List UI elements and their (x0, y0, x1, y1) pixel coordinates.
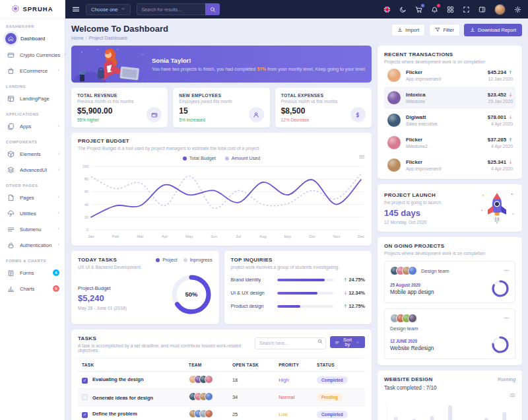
sidebar-item-elements[interactable]: Elements › (0, 146, 65, 162)
column-header[interactable]: TASK (78, 359, 185, 372)
user-avatar[interactable] (494, 4, 506, 15)
breadcrumb-current: Project Dashboard (89, 36, 127, 40)
ongoing-project[interactable]: Design team 12 JUNE 2020 Website Redesig… (384, 308, 515, 359)
sidebar-item-forms[interactable]: Forms 6 (0, 265, 65, 281)
page-content: Welcome To Dashboard Home/Project Dashbo… (65, 18, 528, 420)
avatar (205, 409, 213, 418)
welcome-banner: Sonia Taylor! You have two projects to f… (71, 46, 372, 83)
column-header[interactable]: OPEN TASK (228, 359, 275, 372)
task-row[interactable]: ✓Define the problem 25 Low Completed (78, 406, 365, 420)
sidebar-item-authentication[interactable]: Authentication › (0, 237, 65, 253)
svg-text:40: 40 (84, 203, 88, 207)
column-header[interactable]: TEAM (185, 359, 228, 372)
import-button[interactable]: Import (391, 24, 425, 36)
svg-text:Jan: Jan (88, 234, 94, 238)
status-badge: Completed (317, 411, 348, 418)
transaction-row[interactable]: Digiwatt Sales executive $78.001 4 Apr 2… (384, 109, 515, 131)
sidebar-item-landingpage[interactable]: LandingPage (0, 90, 65, 106)
chevron-right-icon: › (57, 151, 59, 157)
arrow-up-icon (508, 137, 513, 143)
search-button[interactable] (205, 3, 220, 15)
clipboard-icon (5, 267, 16, 278)
transaction-row[interactable]: Intoxica Milestone $23.452 23 Jan 2020 (384, 87, 515, 109)
category-select[interactable]: Choose one (86, 4, 131, 15)
tasks-search-input[interactable] (255, 337, 326, 349)
download-report-button[interactable]: Download Report (464, 24, 522, 36)
chevron-right-icon: › (57, 167, 59, 172)
card-options-icon[interactable] (384, 392, 515, 398)
legend-item: Project (156, 257, 177, 263)
ongoing-project[interactable]: Design team 25 August 2020 Mobile app de… (384, 261, 515, 303)
menu-icon[interactable] (72, 5, 80, 13)
chevron-right-icon: › (57, 242, 59, 248)
page-actions: Import Filter Download Report (391, 24, 522, 36)
flag-uk-icon[interactable] (383, 6, 391, 13)
task-checkbox[interactable]: ✓ (82, 412, 88, 418)
sort-by-button[interactable]: Sort by (330, 336, 365, 348)
column-header[interactable]: PRORITY (275, 359, 313, 372)
box-icon (5, 149, 16, 159)
filter-button[interactable]: Filter (429, 24, 460, 36)
task-checkbox[interactable] (82, 394, 88, 400)
avatar (408, 266, 417, 275)
sidebar-section-heading: DASHBOARD (0, 18, 65, 30)
main-area: Choose one Welcome To Dashboard Home/Pro… (65, 0, 528, 420)
sidebar-section-heading: OTHER PAGES (0, 178, 65, 190)
notifications-bell-icon[interactable] (431, 6, 438, 13)
settings-gear-icon[interactable] (514, 6, 521, 13)
arrow-down-icon (508, 114, 513, 120)
dark-mode-moon-icon[interactable] (399, 6, 407, 13)
arrow-up-icon (343, 303, 348, 309)
transaction-row[interactable]: Flicker Milestone2 $37.285 4 Apr 2020 (384, 131, 515, 154)
task-row[interactable]: Generate ideas for design 34 Normal Pend… (78, 389, 365, 406)
task-row[interactable]: ✓Evaluating the design 18 High Completed (78, 372, 365, 389)
sidebar-item-crypto-currencies[interactable]: Crypto Currencies › (0, 47, 65, 63)
team-avatars (390, 314, 417, 323)
cart-icon[interactable] (415, 6, 422, 13)
sidebar-item-charts[interactable]: Charts 5 (0, 281, 65, 297)
apps-icon (5, 121, 16, 131)
status-badge: Completed (317, 376, 348, 384)
svg-text:Apr: Apr (162, 234, 168, 238)
rocket-illustration (478, 190, 515, 226)
sidebar-item-pages[interactable]: Pages › (0, 190, 65, 205)
transaction-row[interactable]: Flicker App improvement $45.234 12 Jan 2… (384, 64, 515, 87)
search-input[interactable] (137, 3, 205, 15)
transaction-row[interactable]: Flicker App improvement $25.341 4 Apr 20… (384, 154, 515, 176)
project-launch-card: PROJECT LAUNCH the project is going to l… (378, 184, 522, 232)
right-panel-icon[interactable] (478, 6, 486, 13)
more-options-icon[interactable] (504, 267, 510, 274)
banner-title: Sonia Taylor! (152, 57, 365, 64)
column-header[interactable]: STATUS (313, 359, 365, 372)
fullscreen-icon[interactable] (463, 6, 470, 13)
task-completed-label: Task completed : 7/10 (384, 385, 515, 391)
inquiry-row: Product design 12.75% (231, 303, 366, 309)
dollar-icon (350, 107, 366, 122)
breadcrumb-home[interactable]: Home (71, 36, 84, 40)
transactions-list: Flicker App improvement $45.234 12 Jan 2… (384, 64, 515, 176)
sidebar-item-ecommerce[interactable]: ECommerce › (0, 63, 65, 79)
svg-text:Sep: Sep (284, 234, 291, 238)
sidebar-item-apps[interactable]: Apps › (0, 118, 65, 134)
sidebar-item-advancedui[interactable]: AdvancedUI › (0, 162, 65, 178)
task-checkbox[interactable]: ✓ (82, 378, 88, 384)
svg-text:Nov: Nov (333, 234, 340, 238)
sidebar-item-dashboard[interactable]: Dashboard (0, 30, 65, 47)
status-label: Running (498, 376, 515, 382)
apps-grid-icon[interactable] (447, 6, 454, 13)
brand-logo[interactable]: SPRUHA (0, 0, 65, 18)
legend-item: Inprogress (183, 257, 213, 263)
launch-countdown: 145 days (384, 208, 442, 218)
stats-row: TOTAL REVENUE Previous month vs this mon… (71, 88, 372, 127)
arrow-up-icon (508, 69, 513, 75)
credit-card-icon (5, 50, 16, 60)
more-options-icon[interactable] (504, 315, 510, 322)
card-options-icon[interactable] (359, 154, 365, 160)
sidebar-item-submenu[interactable]: Submenu › (0, 221, 65, 237)
website-design-card: WEBSITE DESIGN Running Task completed : … (378, 370, 522, 420)
svg-text:0: 0 (86, 228, 88, 232)
avatar (205, 375, 213, 384)
team-avatars (189, 409, 213, 418)
download-icon (470, 27, 475, 33)
sidebar-item-utilities[interactable]: Utilities › (0, 205, 65, 221)
